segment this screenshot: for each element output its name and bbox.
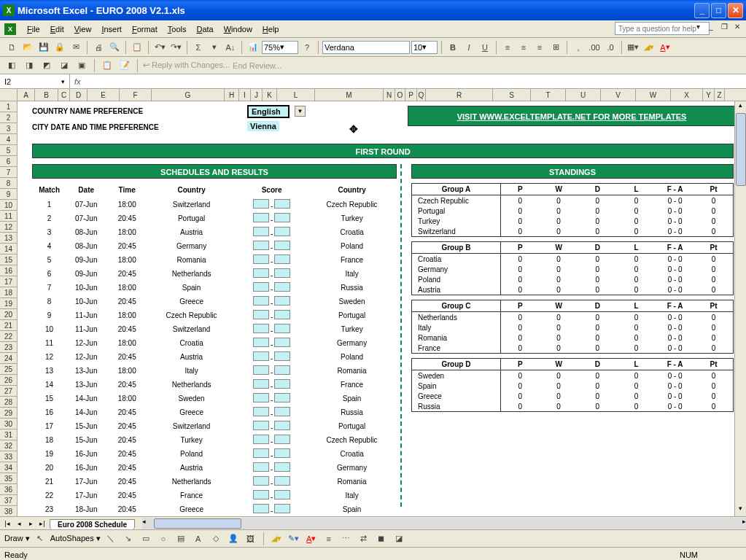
merge-icon[interactable]: ⊞ <box>548 40 563 55</box>
score-home-input[interactable] <box>253 338 269 347</box>
row-header[interactable]: 11 <box>0 211 17 222</box>
row-header[interactable]: 24 <box>0 353 17 364</box>
review-icon[interactable]: 📝 <box>117 58 132 73</box>
undo-icon[interactable]: ↶▾ <box>152 40 167 55</box>
score-home-input[interactable] <box>253 462 269 472</box>
review-icon[interactable]: ◪ <box>57 58 71 73</box>
col-header[interactable]: Q <box>417 89 426 101</box>
wordart-icon[interactable]: A <box>191 532 206 546</box>
col-header[interactable]: O <box>395 89 405 101</box>
row-header[interactable]: 33 <box>0 451 17 462</box>
align-left-icon[interactable]: ≡ <box>500 40 515 55</box>
tab-next-icon[interactable]: ▸ <box>25 520 36 527</box>
score-home-input[interactable] <box>253 254 269 264</box>
col-header[interactable]: B <box>35 89 58 101</box>
shadow-icon[interactable]: ◼ <box>374 532 389 546</box>
sort-asc-icon[interactable]: A↓ <box>223 40 238 55</box>
row-header[interactable]: 35 <box>0 473 17 484</box>
menu-window[interactable]: Window <box>219 23 257 36</box>
increase-decimal-icon[interactable]: .00 <box>587 40 602 55</box>
zoom-combo[interactable]: 75% ▾ <box>262 41 298 54</box>
tab-first-icon[interactable]: |◂ <box>1 520 13 527</box>
fill-color-icon[interactable]: ◢▾ <box>269 532 284 546</box>
row-header[interactable]: 30 <box>0 419 17 429</box>
row-header[interactable]: 36 <box>0 484 17 495</box>
row-header[interactable]: 8 <box>0 178 17 189</box>
align-center-icon[interactable]: ≡ <box>516 40 531 55</box>
row-header[interactable]: 29 <box>0 408 17 419</box>
dash-style-icon[interactable]: ⋯ <box>339 532 354 546</box>
fx-icon[interactable]: fx <box>70 77 85 86</box>
mail-icon[interactable]: ✉ <box>69 40 83 55</box>
row-header[interactable]: 13 <box>0 233 17 244</box>
doc-minimize-button[interactable]: _ <box>705 23 717 31</box>
review-icon[interactable]: ◧ <box>4 58 19 73</box>
row-header[interactable]: 12 <box>0 222 17 233</box>
score-away-input[interactable] <box>274 365 290 375</box>
pref-city-value[interactable]: Vienna <box>247 121 279 131</box>
vertical-scrollbar[interactable]: ▴ ▾ <box>734 101 746 516</box>
col-header[interactable]: U <box>566 89 601 101</box>
score-home-input[interactable] <box>253 421 269 430</box>
score-home-input[interactable] <box>253 407 269 416</box>
draw-menu[interactable]: Draw ▾ <box>4 534 30 543</box>
fill-color-icon[interactable]: ◢▾ <box>642 40 656 55</box>
score-home-input[interactable] <box>253 241 269 250</box>
line-style-icon[interactable]: ≡ <box>322 532 336 546</box>
row-header[interactable]: 10 <box>0 200 17 211</box>
menu-edit[interactable]: Edit <box>45 23 69 36</box>
col-header[interactable]: I <box>239 89 251 101</box>
row-header[interactable]: 25 <box>0 364 17 375</box>
row-header[interactable]: 20 <box>0 309 17 320</box>
score-away-input[interactable] <box>274 338 290 347</box>
score-home-input[interactable] <box>253 310 269 319</box>
score-away-input[interactable] <box>274 282 290 292</box>
col-header[interactable]: X <box>671 89 703 101</box>
row-header[interactable]: 15 <box>0 254 17 265</box>
score-away-input[interactable] <box>274 393 290 402</box>
save-icon[interactable]: 💾 <box>36 40 51 55</box>
row-header[interactable]: 3 <box>0 123 17 134</box>
menu-view[interactable]: View <box>69 23 97 36</box>
score-home-input[interactable] <box>253 490 269 499</box>
diagram-icon[interactable]: ◇ <box>209 532 223 546</box>
col-header[interactable]: C <box>58 89 70 101</box>
score-home-input[interactable] <box>253 435 269 444</box>
score-home-input[interactable] <box>253 379 269 389</box>
score-home-input[interactable] <box>253 365 269 375</box>
worksheet[interactable]: COUNTRY NAME PREFERENCE English ▼ CITY D… <box>18 101 746 516</box>
col-header[interactable]: V <box>601 89 636 101</box>
decrease-decimal-icon[interactable]: .0 <box>603 40 618 55</box>
score-home-input[interactable] <box>253 296 269 306</box>
tab-prev-icon[interactable]: ◂ <box>13 520 25 527</box>
row-header[interactable]: 28 <box>0 397 17 408</box>
score-home-input[interactable] <box>253 282 269 292</box>
menu-format[interactable]: Format <box>127 23 163 36</box>
review-icon[interactable]: ◨ <box>22 58 36 73</box>
close-button[interactable]: ✕ <box>728 3 743 18</box>
score-away-input[interactable] <box>274 296 290 306</box>
col-header[interactable]: G <box>152 89 225 101</box>
score-home-input[interactable] <box>253 448 269 458</box>
row-header[interactable]: 7 <box>0 167 17 178</box>
picture-icon[interactable]: 🖼 <box>244 532 258 546</box>
row-header[interactable]: 6 <box>0 156 17 167</box>
3d-icon[interactable]: ◪ <box>392 532 406 546</box>
col-header[interactable]: A <box>18 89 35 101</box>
tab-last-icon[interactable]: ▸| <box>36 520 48 527</box>
row-header[interactable]: 5 <box>0 145 17 156</box>
score-away-input[interactable] <box>274 448 290 458</box>
oval-icon[interactable]: ○ <box>156 532 171 546</box>
col-header[interactable]: J <box>251 89 263 101</box>
font-color-icon[interactable]: A▾ <box>658 40 672 55</box>
menu-tools[interactable]: Tools <box>163 23 192 36</box>
col-header[interactable]: L <box>277 89 315 101</box>
score-away-input[interactable] <box>274 254 290 264</box>
print-icon[interactable]: 🖨 <box>91 40 106 55</box>
score-home-input[interactable] <box>253 504 269 513</box>
sheet-tab[interactable]: Euro 2008 Schedule <box>50 519 135 529</box>
excel-doc-icon[interactable]: X <box>4 23 16 35</box>
score-away-input[interactable] <box>274 476 290 486</box>
col-header[interactable]: F <box>120 89 152 101</box>
score-home-input[interactable] <box>253 393 269 402</box>
